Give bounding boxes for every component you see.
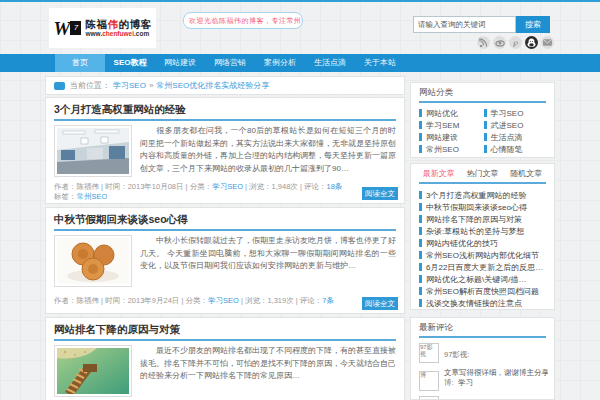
sidebar-posts-box: 最新文章 热门文章 随机文章 3个月打造高权重网站的经验 中秋节假期回来谈谈se… bbox=[410, 163, 555, 310]
article-thumbnail[interactable] bbox=[54, 235, 132, 287]
article-tags: 标签：常州SEO bbox=[54, 192, 107, 202]
category-link[interactable]: 学习SEO bbox=[208, 296, 239, 305]
post-link[interactable]: 常州SEO浅析网站内部优化细节 bbox=[419, 249, 548, 261]
nav-item-about[interactable]: 关于本站 bbox=[355, 54, 405, 72]
title-divider bbox=[54, 339, 396, 341]
article-title[interactable]: 网站排名下降的原因与对策 bbox=[54, 323, 180, 337]
sidebar-categories-box: 网站分类 网站优化 学习SEO 学习SEM 武进SEO 网站建设 生活点滴 常州… bbox=[410, 82, 555, 158]
avatar: 97影视 bbox=[419, 343, 439, 363]
article-title[interactable]: 3个月打造高权重网站的经验 bbox=[54, 103, 186, 117]
qq-icon[interactable] bbox=[525, 36, 538, 49]
title-divider bbox=[54, 119, 396, 121]
site-url: www.chenfuwei.com bbox=[85, 30, 151, 37]
category-item[interactable]: 武进SEO bbox=[484, 119, 549, 131]
mail-icon[interactable] bbox=[541, 36, 554, 49]
article-card: 3个月打造高权重网站的经验 很多朋友都在问我，一个80后的草根站长是如何在短短三… bbox=[45, 97, 405, 204]
category-item[interactable]: 生活点滴 bbox=[484, 131, 549, 143]
nav-item-seo[interactable]: SEO教程 bbox=[105, 54, 155, 72]
comment-item: 博 博: 学习 bbox=[419, 371, 548, 391]
read-more-button[interactable]: 阅读全文 bbox=[362, 187, 398, 200]
comments-link[interactable]: 7条 bbox=[322, 296, 334, 305]
announcement-bubble: 欢迎光临陈福伟的博客，专注常州SEO优化技术与网络营销经验分享！ bbox=[183, 12, 303, 29]
breadcrumb-icon bbox=[54, 82, 65, 90]
sidebar-comments-box: 最新评论 97影视 97影视: 文章写得很详细，谢谢博主分享 博 博: 学习 s… bbox=[410, 317, 555, 400]
comment-item: sm sm: bbox=[419, 396, 548, 400]
main-nav: 首页 SEO教程 网站建设 网络营销 案例分析 生活点滴 关于本站 bbox=[0, 54, 600, 72]
categories-title: 网站分类 bbox=[419, 87, 453, 99]
category-item[interactable]: 心情随笔 bbox=[484, 143, 549, 155]
logo-mark-box: 7 bbox=[70, 21, 81, 35]
category-item[interactable]: 网站优化 bbox=[419, 107, 484, 119]
post-link[interactable]: 网站内链优化的技巧 bbox=[419, 237, 548, 249]
post-link[interactable]: 网站排名下降的原因与对策 bbox=[419, 213, 548, 225]
office-photo bbox=[57, 128, 129, 174]
article-card: 中秋节假期回来谈谈seo心得 中秋小长假转眼就过去了，假期里走亲访友吃月饼，博客… bbox=[45, 207, 405, 314]
category-item[interactable]: 学习SEO bbox=[484, 107, 549, 119]
comment-text[interactable]: 学习 bbox=[458, 378, 473, 387]
avatar: sm bbox=[419, 396, 439, 400]
title-divider bbox=[54, 229, 396, 231]
tag-link[interactable]: 常州SEO bbox=[77, 192, 108, 201]
post-link[interactable]: 浅谈交换友情链接的注意点 bbox=[419, 297, 548, 309]
article-meta: 作者：陈福伟 | 时间：2013年9月24日 | 分类：学习SEO | 浏览：1… bbox=[54, 296, 334, 306]
search-button[interactable]: 搜索 bbox=[516, 16, 550, 33]
comment-author[interactable]: 博: bbox=[444, 378, 454, 387]
article-thumbnail[interactable] bbox=[54, 125, 132, 177]
pond-photo bbox=[57, 348, 129, 394]
comments-title: 最新评论 bbox=[419, 322, 453, 334]
breadcrumb-current-link[interactable]: 常州SEO优化排名实战经验分享 bbox=[156, 80, 269, 91]
post-link[interactable]: 3个月打造高权重网站的经验 bbox=[419, 189, 548, 201]
breadcrumb-separator: » bbox=[149, 81, 153, 90]
post-link[interactable]: 中秋节假期回来谈谈seo心得 bbox=[419, 201, 548, 213]
weibo-icon[interactable] bbox=[493, 36, 506, 49]
nav-item-webbuild[interactable]: 网站建设 bbox=[155, 54, 205, 72]
nav-item-marketing[interactable]: 网络营销 bbox=[205, 54, 255, 72]
article-excerpt: 最近不少朋友的网站排名都出现了不同程度的下降，有的甚至直接被拔毛。排名下降并不可… bbox=[140, 345, 396, 397]
article-excerpt: 中秋小长假转眼就过去了，假期里走亲访友吃月饼，博客也停更了好几天。 今天重新坐回… bbox=[140, 235, 396, 287]
category-link[interactable]: 学习SEO bbox=[212, 182, 243, 191]
site-logo[interactable]: W7 陈福伟的博客 www.chenfuwei.com bbox=[49, 8, 156, 48]
tab-latest[interactable]: 最新文章 bbox=[417, 168, 461, 179]
post-link[interactable]: 杂谈:草根站长的坚持与梦想 bbox=[419, 225, 548, 237]
article-excerpt: 很多朋友都在问我，一个80后的草根站长是如何在短短三个月的时间里把一个新站做起来… bbox=[140, 125, 396, 177]
avatar: 博 bbox=[419, 371, 439, 391]
category-item[interactable]: 学习SEM bbox=[419, 119, 484, 131]
mooncake-photo bbox=[57, 238, 129, 284]
nav-item-life[interactable]: 生活点滴 bbox=[305, 54, 355, 72]
breadcrumb-prefix: 当前位置： bbox=[70, 80, 110, 91]
read-more-button[interactable]: 阅读全文 bbox=[362, 297, 398, 310]
article-thumbnail[interactable] bbox=[54, 345, 132, 397]
box-divider bbox=[419, 182, 546, 184]
site-title: 陈福伟的博客 bbox=[85, 18, 151, 30]
categories-list: 网站优化 学习SEO 学习SEM 武进SEO 网站建设 生活点滴 常州SEO 心… bbox=[419, 107, 548, 155]
tab-random[interactable]: 随机文章 bbox=[504, 168, 548, 179]
announcement-text: 欢迎光临陈福伟的博客，专注常州SEO优化技术与网络营销经验分享！ bbox=[189, 16, 303, 26]
post-tabs: 最新文章 热门文章 随机文章 bbox=[417, 168, 548, 179]
category-item[interactable]: 网站建设 bbox=[419, 131, 484, 143]
article-meta: 作者：陈福伟 | 时间：2013年10月08日 | 分类：学习SEO | 浏览：… bbox=[54, 182, 342, 192]
search-form: 搜索 bbox=[413, 16, 550, 33]
logo-text: 陈福伟的博客 www.chenfuwei.com bbox=[85, 18, 151, 38]
article-title[interactable]: 中秋节假期回来谈谈seo心得 bbox=[54, 213, 188, 227]
logo-mark: W bbox=[54, 19, 71, 38]
post-list: 3个月打造高权重网站的经验 中秋节假期回来谈谈seo心得 网站排名下降的原因与对… bbox=[419, 189, 548, 309]
search-input[interactable] bbox=[413, 16, 516, 33]
tab-hot[interactable]: 热门文章 bbox=[461, 168, 505, 179]
social-icons: ℘ bbox=[477, 36, 554, 49]
breadcrumb-section-link[interactable]: 学习SEO bbox=[113, 80, 146, 91]
tencent-weibo-icon[interactable]: ℘ bbox=[509, 36, 522, 49]
comments-link[interactable]: 18条 bbox=[327, 182, 343, 191]
box-divider bbox=[419, 336, 546, 338]
category-item[interactable]: 常州SEO bbox=[419, 143, 484, 155]
post-link[interactable]: 网站优化之标题\关键词/描… bbox=[419, 273, 548, 285]
comment-author[interactable]: 97影视: bbox=[444, 350, 469, 359]
box-divider bbox=[419, 101, 546, 103]
rss-icon[interactable] bbox=[477, 36, 490, 49]
article-card: 网站排名下降的原因与对策 最近不少朋友的网站排名都出现了不同程度的下降，有的甚至… bbox=[45, 317, 405, 400]
nav-item-home[interactable]: 首页 bbox=[55, 54, 105, 72]
post-link[interactable]: 6月22日百度大更新之后的反思… bbox=[419, 261, 548, 273]
breadcrumb: 当前位置： 学习SEO » 常州SEO优化排名实战经验分享 bbox=[45, 76, 405, 95]
post-link[interactable]: 常州SEO解析百度快照回档问题 bbox=[419, 285, 548, 297]
top-accent-line bbox=[0, 0, 600, 2]
nav-item-cases[interactable]: 案例分析 bbox=[255, 54, 305, 72]
